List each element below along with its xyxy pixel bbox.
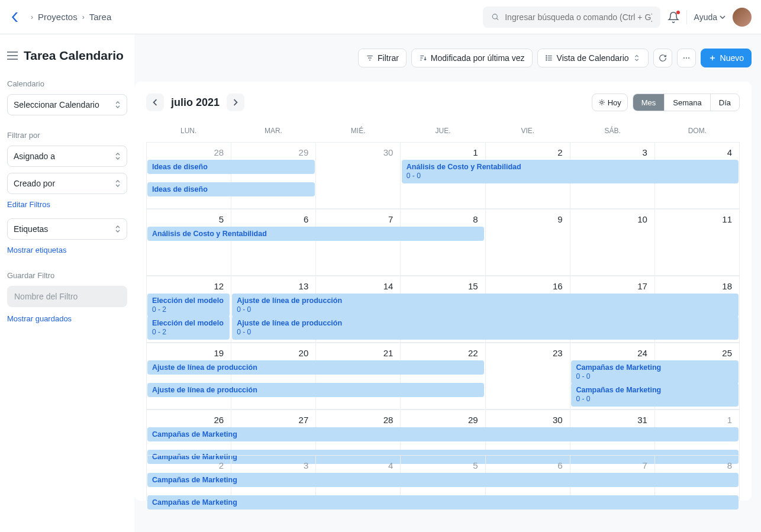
day-number: 17: [570, 276, 654, 291]
notifications-button[interactable]: [668, 11, 679, 23]
view-month[interactable]: Mes: [633, 94, 665, 111]
day-number: 20: [231, 343, 315, 358]
day-number: 15: [401, 276, 485, 291]
tags-select[interactable]: Etiquetas: [7, 218, 127, 240]
filter-name-input[interactable]: Nombre del Filtro: [7, 286, 127, 307]
day-number: 25: [655, 343, 739, 358]
svg-line-30: [603, 101, 604, 101]
section-label: Guardar Filtro: [7, 271, 127, 280]
calendar-event[interactable]: Campañas de Marketing0 - 0: [571, 383, 739, 407]
section-label: Filtrar por: [7, 131, 127, 140]
day-number: 28: [147, 143, 231, 157]
chevron-down-icon: [720, 14, 725, 20]
top-header: › Proyectos › Tarea Ayuda: [0, 0, 761, 34]
calendar-event[interactable]: Ideas de diseño: [147, 160, 315, 174]
calendar: julio 2021 Hoy Mes Semana Día LUN.MAR.MI…: [134, 82, 752, 501]
calendar-cell[interactable]: 9: [486, 209, 570, 276]
avatar[interactable]: [733, 8, 752, 27]
calendar-cell[interactable]: 29: [231, 143, 316, 209]
calendar-event[interactable]: Campañas de Marketing: [147, 473, 739, 487]
breadcrumb-item[interactable]: Proyectos: [38, 12, 78, 22]
calendar-event[interactable]: Ajuste de línea de producción: [147, 360, 484, 375]
calendar-cell[interactable]: 6: [231, 209, 316, 276]
day-number: 5: [401, 456, 485, 470]
edit-filters-link[interactable]: Editar Filtros: [7, 200, 127, 209]
created-by-select[interactable]: Creado por: [7, 173, 127, 194]
search-field[interactable]: [505, 12, 652, 22]
calendar-cell[interactable]: 5: [147, 209, 231, 276]
day-number: 14: [316, 276, 400, 291]
calendar-cell[interactable]: 30: [316, 143, 401, 209]
svg-point-16: [546, 60, 546, 60]
calendar-event[interactable]: Ajuste de línea de producción0 - 0: [232, 294, 739, 317]
calendar-cell[interactable]: 19: [147, 343, 231, 410]
refresh-button[interactable]: [653, 49, 672, 67]
day-number: 9: [486, 209, 570, 224]
dow-label: VIE.: [485, 122, 570, 142]
day-number: 7: [570, 456, 654, 470]
next-month-button[interactable]: [227, 93, 244, 111]
breadcrumb-item[interactable]: Tarea: [89, 12, 112, 22]
day-number: 19: [147, 343, 231, 358]
refresh-icon: [659, 54, 667, 62]
calendar-cell[interactable]: 8: [401, 209, 485, 276]
dow-label: LUN.: [146, 122, 231, 142]
more-button[interactable]: [677, 49, 696, 67]
calendar-event[interactable]: Análisis de Costo y Rentabilidad0 - 0: [402, 160, 739, 183]
day-number: 2: [486, 143, 570, 157]
calendar-cell[interactable]: 22: [401, 343, 485, 410]
filter-icon: [366, 54, 374, 62]
updown-icon: [633, 54, 641, 62]
calendar-event[interactable]: Elección del modelo0 - 2: [147, 294, 230, 317]
calendar-cell[interactable]: 7: [316, 209, 401, 276]
sort-button[interactable]: Modificada por última vez: [411, 49, 533, 67]
breadcrumb: › Proyectos › Tarea: [31, 12, 111, 22]
sidebar: Tarea Calendario Calendario Seleccionar …: [0, 34, 134, 532]
new-button[interactable]: Nuevo: [701, 49, 752, 67]
day-number: 1: [401, 143, 485, 157]
calendar-cell[interactable]: 10: [570, 209, 655, 276]
view-button[interactable]: Vista de Calendario: [537, 49, 649, 67]
logo-icon[interactable]: [9, 10, 24, 24]
calendar-cell[interactable]: 11: [655, 209, 740, 276]
prev-month-button[interactable]: [146, 93, 164, 111]
calendar-event[interactable]: Campañas de Marketing: [147, 495, 739, 510]
calendar-event[interactable]: Análisis de Costo y Rentabilidad: [147, 227, 484, 241]
calendar-cell[interactable]: 28: [147, 143, 231, 209]
day-number: 1: [655, 410, 739, 425]
assigned-select[interactable]: Asignado a: [7, 146, 127, 167]
calendar-event[interactable]: Elección del modelo0 - 2: [147, 316, 230, 340]
calendar-event[interactable]: Campañas de Marketing0 - 0: [571, 360, 739, 384]
dow-label: MIÉ.: [316, 122, 401, 142]
filter-button[interactable]: Filtrar: [358, 49, 407, 67]
calendar-event[interactable]: Ajuste de línea de producción: [147, 383, 484, 397]
calendar-event[interactable]: Ideas de diseño: [147, 182, 315, 196]
view-week[interactable]: Semana: [664, 94, 710, 111]
day-of-week-header: LUN.MAR.MIÉ.JUE.VIE.SÁB.DOM.: [146, 122, 740, 142]
day-number: 5: [147, 209, 231, 224]
search-input[interactable]: [483, 7, 660, 28]
sort-icon: [419, 54, 427, 62]
help-dropdown[interactable]: Ayuda: [694, 12, 725, 22]
show-tags-link[interactable]: Mostrar etiquetas: [7, 246, 127, 254]
updown-icon: [115, 151, 121, 161]
chevron-right-icon: [232, 99, 239, 106]
day-number: 6: [486, 456, 570, 470]
show-saved-link[interactable]: Mostrar guardados: [7, 314, 127, 323]
calendar-select[interactable]: Seleccionar Calendario: [7, 94, 127, 115]
calendar-event[interactable]: Campañas de Marketing: [147, 427, 739, 441]
calendar-cell[interactable]: 23: [486, 343, 570, 410]
divider: [686, 10, 687, 24]
day-number: 4: [316, 456, 400, 470]
calendar-event[interactable]: Ajuste de línea de producción0 - 0: [232, 316, 739, 340]
svg-point-17: [683, 57, 685, 59]
dots-icon: [682, 54, 691, 62]
menu-icon[interactable]: [7, 51, 18, 60]
today-button[interactable]: Hoy: [592, 93, 628, 111]
calendar-cell[interactable]: 21: [316, 343, 401, 410]
day-number: 13: [231, 276, 315, 291]
day-number: 4: [655, 143, 739, 157]
day-number: 6: [231, 209, 315, 224]
view-day[interactable]: Día: [710, 94, 739, 111]
calendar-cell[interactable]: 20: [231, 343, 316, 410]
